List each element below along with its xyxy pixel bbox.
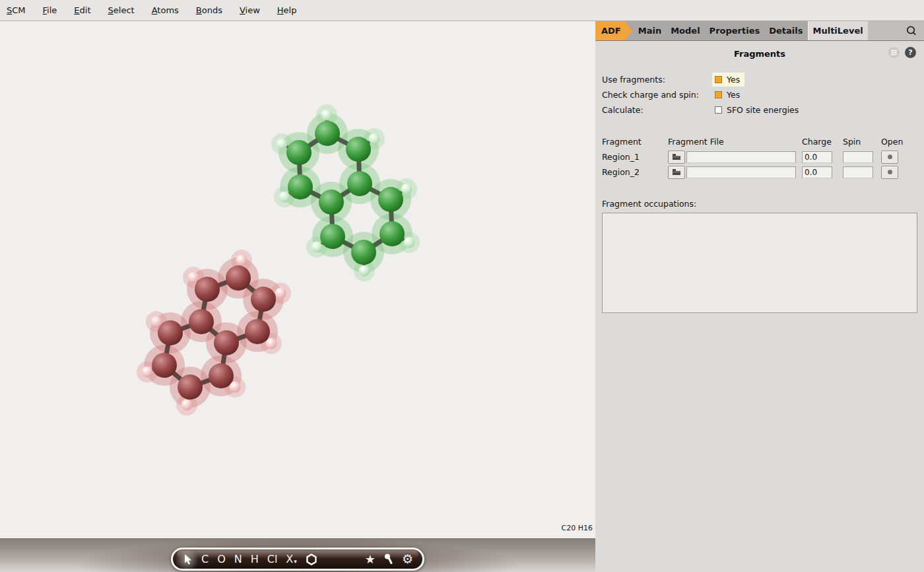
hydrogen-atom[interactable] [275,288,286,299]
element-h-button[interactable]: H [251,554,259,565]
carbon-atom[interactable] [152,353,177,378]
option-control[interactable]: SFO site energies [715,105,799,115]
folder-button[interactable] [668,151,685,164]
fragment-name: Region_1 [602,152,668,162]
carbon-atom[interactable] [320,224,345,249]
element-c-button[interactable]: C [201,554,209,565]
carbon-atom[interactable] [347,171,372,196]
element-o-button[interactable]: O [217,554,226,565]
menu-atoms[interactable]: Atoms [152,5,179,15]
hydrogen-atom[interactable] [188,272,199,283]
tab-main[interactable]: Main [634,21,666,40]
hydrogen-atom[interactable] [142,367,153,378]
search-icon[interactable] [905,24,918,38]
fragment-occupations-label: Fragment occupations: [602,199,924,209]
hamburger-icon [890,50,898,55]
menu-select[interactable]: Select [108,5,135,15]
tab-multilevel[interactable]: MultiLevel [808,21,868,40]
hydrogen-atom[interactable] [279,192,290,203]
hydrogen-atom[interactable] [369,133,380,145]
carbon-atom[interactable] [319,190,344,215]
spin-input[interactable] [843,151,873,163]
panel-title: Fragments [595,41,924,59]
tab-properties[interactable]: Properties [705,21,765,40]
hydrogen-atom[interactable] [401,184,412,195]
carbon-atom[interactable] [158,320,183,345]
element-n-button[interactable]: N [234,554,242,565]
carbon-atom[interactable] [380,221,405,246]
carbon-atom[interactable] [251,287,276,312]
checkbox-icon[interactable] [715,76,722,83]
hydrogen-atom[interactable] [151,316,162,328]
hydrogen-atom[interactable] [277,139,288,150]
menu-view[interactable]: View [240,5,260,15]
tab-bar-wrap: ADFMainModelPropertiesDetailsMultiLevel [595,21,924,41]
charge-input[interactable] [802,166,832,178]
menu-bonds[interactable]: Bonds [196,5,222,15]
open-dot-icon [888,170,892,174]
molecule-viewer[interactable]: C20 H16 CONHClX▾★⚙ [0,21,595,572]
folder-button[interactable] [668,166,685,179]
element-cl-button[interactable]: Cl [267,554,278,565]
carbon-atom[interactable] [214,330,239,355]
hydrogen-atom[interactable] [266,338,277,349]
fragment-red[interactable] [137,250,291,415]
element-x-button[interactable]: X▾ [286,554,297,565]
carbon-atom[interactable] [178,375,203,400]
menu-help[interactable]: Help [277,5,297,15]
tab-adf[interactable]: ADF [595,21,632,40]
menu-scm[interactable]: SCM [7,5,26,15]
hydrogen-atom[interactable] [236,255,248,266]
pointer-tool-button[interactable] [182,554,193,565]
carbon-atom[interactable] [189,309,214,334]
option-value: Yes [727,90,740,100]
carbon-atom[interactable] [286,140,312,165]
menu-file[interactable]: File [43,5,57,15]
carbon-atom[interactable] [209,363,234,388]
option-control[interactable]: Yes [715,90,740,100]
carbon-atom[interactable] [245,319,270,344]
carbon-atom[interactable] [315,121,340,146]
ring-tool-button[interactable] [306,554,317,565]
tab-model[interactable]: Model [666,21,704,40]
structures-button[interactable]: ★ [365,554,376,565]
fragment-occupations-box[interactable] [602,213,917,313]
tab-details[interactable]: Details [764,21,807,40]
tab-bar: ADFMainModelPropertiesDetailsMultiLevel [595,21,868,40]
checkbox-icon[interactable] [715,106,722,114]
option-label: Calculate: [602,105,715,115]
carbon-atom[interactable] [351,240,376,265]
hydrogen-atom[interactable] [321,110,333,121]
spin-input[interactable] [843,166,873,178]
open-dot-icon [888,155,892,159]
settings-button[interactable]: ⚙ [402,553,413,565]
checkbox-icon[interactable] [715,91,722,98]
open-button[interactable] [881,166,898,179]
carbon-atom[interactable] [195,277,220,302]
option-row: Use fragments:Yes [602,72,924,87]
wand-tool-button[interactable] [384,554,393,565]
fragment-green[interactable] [271,104,420,281]
fragment-file-input[interactable] [686,166,796,178]
carbon-atom[interactable] [288,174,313,199]
hydrogen-atom[interactable] [182,400,193,411]
carbon-atom[interactable] [226,266,251,291]
carbon-atom[interactable] [346,137,371,162]
carbon-atom[interactable] [378,187,403,212]
help-button[interactable]: ? [905,47,916,58]
option-row: Calculate:SFO site energies [602,102,924,118]
molecule-canvas[interactable] [0,21,595,538]
menu-edit[interactable]: Edit [74,5,90,15]
panel-menu-button[interactable] [888,47,900,58]
fragment-file-input[interactable] [686,151,796,163]
col-charge: Charge [802,137,832,147]
hydrogen-atom[interactable] [312,242,323,253]
hydrogen-atom[interactable] [404,237,415,248]
charge-input[interactable] [802,151,832,163]
col-open: Open [881,137,898,147]
hydrogen-atom[interactable] [359,266,370,277]
tab-bar-filler [868,21,924,40]
option-control[interactable]: Yes [712,73,744,87]
hydrogen-atom[interactable] [230,382,241,393]
open-button[interactable] [881,151,898,164]
